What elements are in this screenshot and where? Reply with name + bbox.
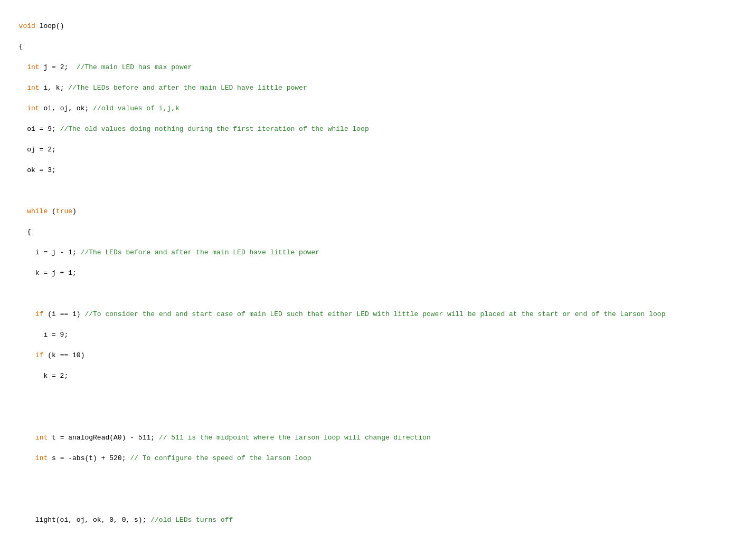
line-int-t: int t = analogRead(A0) - 511; // 511 is … <box>19 434 431 442</box>
line-int-oi-oj-ok: int oi, oj, ok; //old values of i,j,k <box>19 104 179 112</box>
line-ok-3: ok = 3; <box>19 166 56 174</box>
line-open-brace-1: { <box>19 43 23 51</box>
line-i-j-minus-1: i = j - 1; //The LEDs before and after t… <box>19 249 320 256</box>
line-k-2: k = 2; <box>19 372 69 380</box>
line-oj-2: oj = 2; <box>19 146 56 154</box>
line-if-i-eq-1: if (i == 1) //To consider the end and st… <box>19 310 666 318</box>
line-while-true: while (true) <box>19 207 77 215</box>
line-open-brace-2: { <box>19 228 31 236</box>
line-void-loop: void loop() <box>19 22 64 30</box>
line-i-9: i = 9; <box>19 331 69 339</box>
line-oi-9: oi = 9; //The old values doing nothing d… <box>19 125 369 133</box>
line-k-j-plus-1: k = j + 1; <box>19 269 77 277</box>
line-if-k-eq-10: if (k == 10) <box>19 351 85 359</box>
line-light-old: light(oi, oj, ok, 0, 0, s); //old LEDs t… <box>19 516 233 524</box>
line-int-ik: int i, k; //The LEDs before and after th… <box>19 84 307 92</box>
code-editor: void loop() { int j = 2; //The main LED … <box>11 5 745 535</box>
line-int-j: int j = 2; //The main LED has max power <box>19 63 192 71</box>
line-int-s: int s = -abs(t) + 520; // To configure t… <box>19 454 311 462</box>
